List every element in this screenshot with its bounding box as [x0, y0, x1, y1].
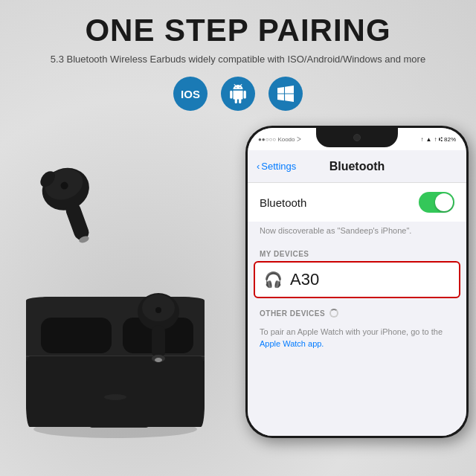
svg-point-13: [155, 358, 162, 362]
page-subtitle: 5.3 Bluetooth Wireless Earbuds widely co…: [51, 54, 425, 65]
earbuds-area: [0, 118, 238, 438]
main-container: ONE STEP PAIRING 5.3 Bluetooth Wireless …: [0, 0, 476, 476]
nav-back-button[interactable]: ‹ Settings: [257, 161, 296, 172]
ios-label: IOS: [181, 88, 200, 100]
apple-watch-description: To pair an Apple Watch with your iPhone,…: [260, 327, 443, 336]
os-icons-row: IOS: [173, 77, 303, 111]
svg-point-14: [155, 307, 161, 313]
headphone-icon: 🎧: [264, 271, 283, 289]
svg-rect-11: [152, 325, 165, 358]
bluetooth-toggle[interactable]: [419, 192, 454, 213]
nav-bar: ‹ Settings Bluetooth: [248, 150, 466, 183]
svg-rect-7: [26, 356, 205, 427]
bluetooth-label: Bluetooth: [260, 196, 306, 209]
svg-rect-4: [41, 318, 112, 353]
svg-rect-18: [64, 201, 91, 242]
device-name: A30: [290, 270, 319, 289]
my-devices-header: MY DEVICES: [248, 244, 466, 261]
phone-notch: [316, 128, 398, 147]
toggle-knob: [435, 193, 453, 211]
loading-spinner: [329, 309, 338, 318]
page-title: ONE STEP PAIRING: [85, 13, 390, 48]
bottom-section: ●●○○○ Koodo ᐳ ↑ ▲ ↑ ⑆ 82% ‹ Settings: [0, 118, 476, 438]
other-devices-header: OTHER DEVICES: [248, 298, 466, 321]
battery-icon: ↑: [421, 136, 424, 143]
signal-icon: ▲: [426, 136, 432, 143]
nav-title: Bluetooth: [329, 160, 385, 173]
phone-container: ●●○○○ Koodo ᐳ ↑ ▲ ↑ ⑆ 82% ‹ Settings: [245, 126, 469, 438]
status-indicators: ↑ ▲ ↑ ⑆ 82%: [421, 136, 456, 143]
back-label: Settings: [261, 161, 296, 172]
apple-watch-link[interactable]: Apple Watch app.: [260, 339, 324, 348]
back-chevron: ‹: [257, 161, 260, 172]
device-row-a30[interactable]: 🎧 A30: [254, 261, 460, 298]
windows-icon: [268, 77, 303, 111]
phone-frame: ●●○○○ Koodo ᐳ ↑ ▲ ↑ ⑆ 82% ‹ Settings: [245, 126, 469, 438]
other-devices-label: OTHER DEVICES: [260, 309, 325, 318]
discoverable-text: Now discoverable as "Sandeep's iPhone".: [248, 222, 466, 244]
phone-screen: ●●○○○ Koodo ᐳ ↑ ▲ ↑ ⑆ 82% ‹ Settings: [248, 128, 466, 436]
settings-content: Bluetooth Now discoverable as "Sandeep's…: [248, 183, 466, 436]
bluetooth-row: Bluetooth: [248, 183, 466, 222]
svg-point-8: [104, 394, 126, 400]
apple-watch-text: To pair an Apple Watch with your iPhone,…: [248, 321, 466, 356]
android-svg: [228, 84, 248, 103]
android-icon: [221, 77, 255, 111]
camera-notch: [353, 134, 361, 141]
earbuds-illustration: [0, 118, 238, 438]
windows-svg: [277, 86, 294, 102]
ios-icon: IOS: [173, 77, 208, 111]
battery-percent: ↑ ⑆ 82%: [434, 136, 456, 143]
status-carrier: ●●○○○ Koodo ᐳ: [258, 136, 301, 143]
